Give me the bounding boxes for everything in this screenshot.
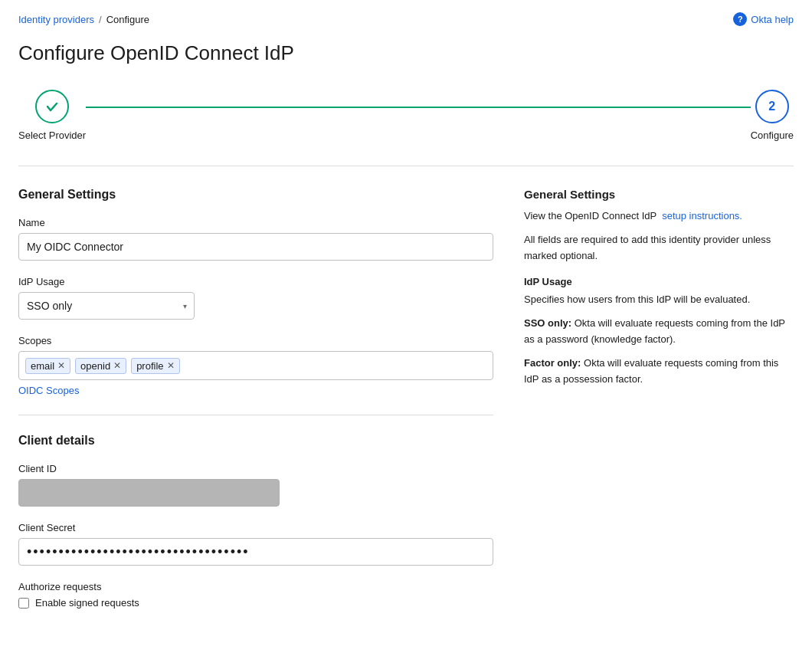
client-secret-field-group: Client Secret [18,522,493,566]
okta-help-label: Okta help [751,14,794,25]
client-id-field-group: Client ID [18,463,493,507]
scope-tag-email: email ✕ [25,358,70,374]
stepper: Select Provider 2 Configure [18,90,794,141]
page-title: Configure OpenID Connect IdP [18,41,794,65]
stepper-connector [86,107,750,108]
idp-usage-label: IdP Usage [18,276,493,287]
scope-tag-profile-text: profile [136,360,163,372]
setup-instructions-link[interactable]: setup instructions. [662,210,742,221]
scope-tag-openid-remove[interactable]: ✕ [113,361,121,370]
help-sso-only-label: SSO only: [524,317,571,329]
help-general-settings-heading: General Settings [524,188,794,201]
okta-help-link[interactable]: ? Okta help [733,12,794,26]
check-icon [44,99,60,114]
scope-tag-email-remove[interactable]: ✕ [57,361,65,370]
breadcrumb-current: Configure [106,14,149,25]
general-settings-heading: General Settings [18,188,493,202]
help-sso-only-text: SSO only: Okta will evaluate requests co… [524,316,794,348]
step-2-number: 2 [768,100,775,113]
help-idp-usage-heading: IdP Usage [524,276,794,287]
help-panel: General Settings View the OpenID Connect… [524,188,794,624]
client-secret-label: Client Secret [18,522,493,533]
authorize-requests-group: Authorize requests Enable signed request… [18,581,493,609]
step-2-circle: 2 [755,90,789,123]
authorize-requests-label: Authorize requests [18,581,493,592]
idp-usage-select[interactable]: SSO only Factor only SSO and Factor [18,292,195,320]
top-divider [18,166,794,166]
breadcrumb-link[interactable]: Identity providers [18,14,94,25]
breadcrumb-separator: / [99,14,102,25]
scopes-field-group: Scopes email ✕ openid ✕ profile ✕ OIDC S… [18,335,493,396]
help-factor-only-text: Factor only: Okta will evaluate requests… [524,356,794,388]
client-secret-input[interactable] [18,538,493,566]
help-required-text: All fields are required to add this iden… [524,232,794,264]
scopes-container: email ✕ openid ✕ profile ✕ [18,351,493,380]
idp-usage-field-group: IdP Usage SSO only Factor only SSO and F… [18,276,493,320]
step-1-label: Select Provider [18,130,86,141]
step-2: 2 Configure [751,90,794,141]
help-general-text-main: View the OpenID Connect IdP [524,210,656,221]
help-idp-usage-text: Specifies how users from this IdP will b… [524,292,794,308]
scope-tag-openid: openid ✕ [75,358,126,374]
name-label: Name [18,217,493,228]
enable-signed-requests-group: Enable signed requests [18,597,493,609]
enable-signed-checkbox[interactable] [18,598,29,609]
step-1-circle [35,90,69,123]
help-factor-only-label: Factor only: [524,357,581,369]
enable-signed-label: Enable signed requests [35,597,139,609]
main-layout: General Settings Name IdP Usage SSO only… [18,188,794,624]
scope-tag-email-text: email [31,360,54,372]
scope-tag-profile: profile ✕ [131,358,179,374]
idp-usage-select-wrapper: SSO only Factor only SSO and Factor ▾ [18,292,195,320]
scopes-label: Scopes [18,335,493,346]
form-panel: General Settings Name IdP Usage SSO only… [18,188,493,624]
client-id-label: Client ID [18,463,493,474]
name-field-group: Name [18,217,493,261]
breadcrumb: Identity providers / Configure ? Okta he… [18,12,794,26]
scope-tag-profile-remove[interactable]: ✕ [167,361,175,370]
help-general-text: View the OpenID Connect IdP setup instru… [524,208,794,225]
help-icon: ? [733,12,747,26]
scope-tag-openid-text: openid [80,360,110,372]
name-input[interactable] [18,233,493,261]
step-2-label: Configure [751,130,794,141]
oidc-scopes-link[interactable]: OIDC Scopes [18,385,79,396]
client-details-heading: Client details [18,434,493,448]
step-1: Select Provider [18,90,86,141]
client-id-input[interactable] [18,479,280,507]
section-divider [18,415,493,415]
